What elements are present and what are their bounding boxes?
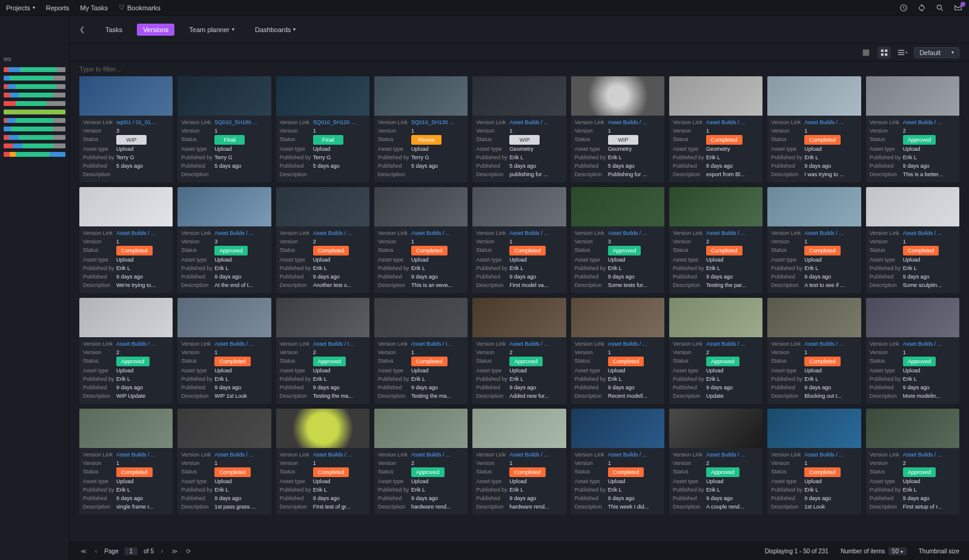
version-card[interactable]: Version LinkAsset Builds / ... Version1 … xyxy=(866,298,959,404)
thumbnail[interactable] xyxy=(472,76,566,116)
version-card[interactable]: Version LinkAsset Builds / ... Version3 … xyxy=(177,187,271,293)
tab-dashboards[interactable]: Dashboards▾ xyxy=(249,24,302,36)
thumbnail[interactable] xyxy=(669,298,762,337)
view-grid-icon[interactable] xyxy=(878,47,891,59)
status-badge[interactable]: Completed xyxy=(804,467,841,477)
version-link[interactable]: Asset Builds / ... xyxy=(804,340,857,348)
thumbnail[interactable] xyxy=(472,187,566,226)
version-link[interactable]: Asset Builds / ... xyxy=(903,450,956,459)
thumbnail[interactable] xyxy=(669,409,762,448)
version-link[interactable]: Asset Builds / ... xyxy=(706,340,759,348)
thumbnail[interactable] xyxy=(374,298,468,337)
thumbnail[interactable] xyxy=(177,187,271,226)
version-link[interactable]: Asset Builds / ... xyxy=(509,229,562,237)
version-card[interactable]: Version LinkAsset Builds / ... Version1 … xyxy=(866,187,959,293)
version-card[interactable]: Version LinkAsset Builds / ... Version1 … xyxy=(669,76,762,182)
version-link[interactable]: Asset Builds / ... xyxy=(509,450,562,459)
version-card[interactable]: Version LinkAsset Builds / ... Version1 … xyxy=(767,409,861,515)
version-card[interactable]: Version LinkAsset Builds / ... Version1 … xyxy=(472,409,566,515)
version-link[interactable]: Asset Builds / ... xyxy=(706,229,759,237)
back-button[interactable]: ❮ xyxy=(79,25,85,33)
view-preset-select[interactable]: Default▾ xyxy=(914,47,959,58)
version-card[interactable]: Version LinkSQ010_SH130 ... Version1 Sta… xyxy=(374,76,468,182)
thumbnail[interactable] xyxy=(866,298,959,337)
version-link[interactable]: Asset Builds / ... xyxy=(214,229,267,237)
clock-icon[interactable] xyxy=(899,3,908,13)
version-link[interactable]: Asset Builds / ... xyxy=(804,450,857,459)
nav-bookmarks[interactable]: ♡ Bookmarks xyxy=(119,4,160,12)
thumbnail[interactable] xyxy=(79,76,173,116)
version-link[interactable]: Asset Builds / ... xyxy=(608,450,661,459)
status-badge[interactable]: Completed xyxy=(804,357,841,366)
thumbnail[interactable] xyxy=(276,76,369,116)
version-link[interactable]: Asset Builds / ... xyxy=(903,340,956,348)
thumbnail[interactable] xyxy=(374,76,468,116)
status-badge[interactable]: WIP xyxy=(608,135,638,145)
status-badge[interactable]: Completed xyxy=(903,246,939,255)
numitems-select[interactable]: 50 ▾ xyxy=(888,547,907,555)
version-card[interactable]: Version LinkAsset Builds / ... Version1 … xyxy=(374,187,468,293)
thumbnail[interactable] xyxy=(79,187,173,226)
version-link[interactable]: Asset Builds / ... xyxy=(608,340,661,348)
version-card[interactable]: Version LinkSQ010_SH180 ... Version1 Sta… xyxy=(177,76,271,182)
version-link[interactable]: Asset Builds / ... xyxy=(509,340,562,348)
status-badge[interactable]: Approved xyxy=(706,357,739,366)
status-badge[interactable]: Completed xyxy=(509,246,546,255)
thumbnail[interactable] xyxy=(177,76,271,116)
status-badge[interactable]: Completed xyxy=(706,135,742,145)
version-card[interactable]: Version LinkAsset Builds / ... Version1 … xyxy=(276,409,369,515)
page-next-icon[interactable]: › xyxy=(160,548,164,555)
version-link[interactable]: Asset Builds / ... xyxy=(116,340,169,348)
thumbnail[interactable] xyxy=(276,298,369,337)
version-card[interactable]: Version LinkAsset Builds / ... Version1 … xyxy=(472,187,566,293)
search-icon[interactable] xyxy=(935,3,945,13)
thumbnail[interactable] xyxy=(79,298,173,337)
version-link[interactable]: Asset Builds / ... xyxy=(509,118,562,127)
version-link[interactable]: SQ010_SH120 ... xyxy=(313,118,366,127)
status-badge[interactable]: Completed xyxy=(116,467,153,477)
version-card[interactable]: Version LinkAsset Builds / ... Version1 … xyxy=(571,298,664,404)
version-link[interactable]: sq001 / 01_01... xyxy=(116,118,169,127)
status-badge[interactable]: Completed xyxy=(706,246,742,255)
version-card[interactable]: Version LinkAsset Builds / ... Version1 … xyxy=(472,76,566,182)
filter-input[interactable] xyxy=(79,65,959,73)
version-link[interactable]: Asset Builds / ... xyxy=(313,450,366,459)
page-number[interactable]: 1 xyxy=(125,547,138,555)
version-card[interactable]: Version LinkAsset Builds / ... Version1 … xyxy=(767,76,861,182)
thumbnail[interactable] xyxy=(571,409,664,448)
version-link[interactable]: Asset Builds / ... xyxy=(706,118,759,127)
status-badge[interactable]: Completed xyxy=(411,357,448,366)
nav-reports[interactable]: Reports xyxy=(46,4,70,12)
nav-mytasks[interactable]: My Tasks xyxy=(80,4,108,12)
thumbnail[interactable] xyxy=(767,187,861,226)
version-link[interactable]: Asset Builds / I... xyxy=(411,340,464,348)
version-card[interactable]: Version LinkAsset Builds / ... Version3 … xyxy=(571,187,664,293)
status-badge[interactable]: WIP xyxy=(116,135,147,145)
thumbnail[interactable] xyxy=(866,187,959,226)
version-card[interactable]: Version LinkAsset Builds / ... Version2 … xyxy=(276,187,369,293)
version-card[interactable]: Version LinkSQ010_SH120 ... Version1 Sta… xyxy=(276,76,369,182)
status-badge[interactable]: Completed xyxy=(214,467,251,477)
status-badge[interactable]: Completed xyxy=(804,246,841,255)
version-card[interactable]: Version LinkAsset Builds / ... Version1 … xyxy=(177,298,271,404)
version-link[interactable]: Asset Builds / ... xyxy=(116,229,169,237)
sync-icon[interactable] xyxy=(917,3,927,13)
status-badge[interactable]: Completed xyxy=(411,246,448,255)
status-badge[interactable]: Final xyxy=(214,135,245,145)
thumbnail[interactable] xyxy=(767,409,861,448)
version-link[interactable]: Asset Builds / ... xyxy=(903,229,956,237)
thumbnail[interactable] xyxy=(866,76,959,116)
status-badge[interactable]: Approved xyxy=(214,246,248,255)
thumbnail[interactable] xyxy=(472,409,566,448)
version-card[interactable]: Version LinkAsset Builds / ... Version2 … xyxy=(374,409,468,515)
version-link[interactable]: Asset Builds / ... xyxy=(116,450,169,459)
status-badge[interactable]: Approved xyxy=(903,135,936,145)
thumbnail[interactable] xyxy=(79,409,173,448)
version-card[interactable]: Version LinkAsset Builds / ... Version2 … xyxy=(669,298,762,404)
thumbnail[interactable] xyxy=(276,409,369,448)
version-link[interactable]: Asset Builds / ... xyxy=(214,340,267,348)
version-link[interactable]: SQ010_SH130 ... xyxy=(411,118,464,127)
status-badge[interactable]: Completed xyxy=(214,357,251,366)
thumbnail[interactable] xyxy=(276,187,369,226)
status-badge[interactable]: Approved xyxy=(608,246,641,255)
